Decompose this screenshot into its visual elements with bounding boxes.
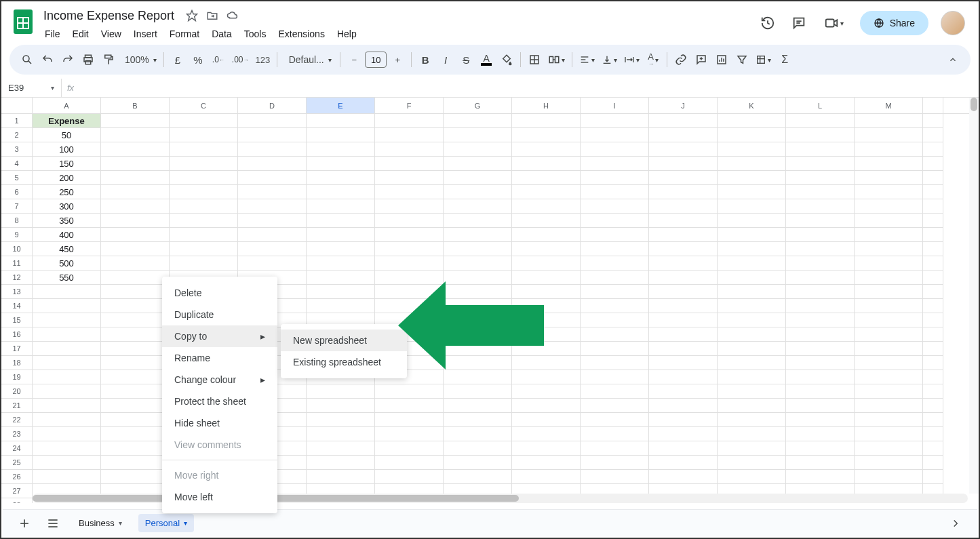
cell[interactable] bbox=[923, 228, 943, 242]
cell[interactable] bbox=[512, 128, 581, 142]
cell[interactable] bbox=[923, 171, 943, 185]
cell[interactable] bbox=[581, 285, 649, 299]
cell[interactable] bbox=[444, 456, 512, 470]
cell[interactable] bbox=[649, 157, 718, 171]
cell[interactable] bbox=[786, 185, 855, 199]
cell[interactable] bbox=[581, 228, 649, 242]
cell[interactable] bbox=[307, 185, 375, 199]
cell[interactable] bbox=[581, 342, 649, 356]
cell[interactable] bbox=[923, 470, 943, 484]
cell[interactable] bbox=[718, 327, 786, 342]
cell[interactable] bbox=[581, 199, 649, 214]
cell[interactable] bbox=[170, 128, 238, 142]
cell[interactable] bbox=[512, 441, 581, 456]
cell[interactable] bbox=[581, 413, 649, 427]
cell[interactable] bbox=[855, 470, 923, 484]
cell[interactable] bbox=[33, 299, 101, 313]
cell[interactable] bbox=[444, 470, 512, 484]
cell[interactable] bbox=[923, 271, 943, 285]
cell[interactable] bbox=[855, 370, 923, 384]
cell[interactable] bbox=[444, 157, 512, 171]
percent-button[interactable]: % bbox=[189, 49, 208, 70]
cell[interactable] bbox=[375, 171, 444, 185]
cell[interactable] bbox=[375, 285, 444, 299]
cell[interactable] bbox=[649, 285, 718, 299]
cell[interactable] bbox=[923, 114, 943, 128]
cell[interactable] bbox=[444, 142, 512, 157]
cell[interactable] bbox=[581, 242, 649, 256]
cell[interactable] bbox=[718, 256, 786, 271]
cell[interactable] bbox=[581, 299, 649, 313]
cell[interactable] bbox=[444, 128, 512, 142]
cell[interactable] bbox=[718, 413, 786, 427]
cell[interactable]: 50 bbox=[33, 128, 101, 142]
row-header[interactable]: 18 bbox=[1, 356, 33, 370]
cell[interactable] bbox=[786, 399, 855, 413]
cell[interactable] bbox=[512, 413, 581, 427]
meet-icon[interactable]: ▾ bbox=[821, 14, 848, 33]
ctx-move-left[interactable]: Move left bbox=[162, 486, 277, 508]
cell[interactable] bbox=[307, 214, 375, 228]
cell[interactable] bbox=[855, 228, 923, 242]
cell[interactable] bbox=[581, 256, 649, 271]
cell[interactable] bbox=[101, 171, 170, 185]
undo-icon[interactable] bbox=[38, 49, 57, 70]
cell[interactable] bbox=[444, 171, 512, 185]
cell[interactable] bbox=[170, 157, 238, 171]
cell[interactable] bbox=[170, 228, 238, 242]
cell[interactable] bbox=[786, 199, 855, 214]
cell[interactable] bbox=[101, 242, 170, 256]
ctx-protect-sheet[interactable]: Protect the sheet bbox=[162, 391, 277, 412]
cell[interactable] bbox=[170, 256, 238, 271]
cell[interactable] bbox=[238, 142, 307, 157]
cell[interactable] bbox=[786, 142, 855, 157]
cell[interactable] bbox=[375, 470, 444, 484]
cell[interactable] bbox=[444, 413, 512, 427]
cell[interactable] bbox=[923, 427, 943, 441]
cell[interactable] bbox=[718, 427, 786, 441]
insert-comment-icon[interactable] bbox=[692, 49, 711, 70]
cell[interactable] bbox=[649, 399, 718, 413]
cell[interactable] bbox=[375, 456, 444, 470]
cell[interactable] bbox=[649, 185, 718, 199]
cell[interactable] bbox=[238, 228, 307, 242]
cell[interactable] bbox=[33, 384, 101, 399]
cell[interactable] bbox=[581, 114, 649, 128]
cell[interactable] bbox=[786, 327, 855, 342]
cell[interactable] bbox=[786, 228, 855, 242]
cell[interactable] bbox=[375, 228, 444, 242]
cell[interactable] bbox=[512, 399, 581, 413]
row-header[interactable]: 15 bbox=[1, 313, 33, 327]
cell[interactable] bbox=[375, 199, 444, 214]
cell[interactable] bbox=[786, 470, 855, 484]
more-formats-button[interactable]: 123 bbox=[253, 49, 273, 70]
filter-icon[interactable] bbox=[732, 49, 751, 70]
cell[interactable] bbox=[444, 399, 512, 413]
cell[interactable] bbox=[512, 384, 581, 399]
cell[interactable] bbox=[649, 384, 718, 399]
cell[interactable] bbox=[512, 157, 581, 171]
row-header[interactable]: 1 bbox=[1, 114, 33, 128]
cell[interactable] bbox=[33, 399, 101, 413]
cell[interactable] bbox=[307, 199, 375, 214]
cell[interactable] bbox=[786, 427, 855, 441]
cell[interactable] bbox=[238, 199, 307, 214]
cell[interactable] bbox=[512, 370, 581, 384]
cell[interactable] bbox=[855, 256, 923, 271]
cell[interactable] bbox=[444, 427, 512, 441]
cell[interactable] bbox=[718, 114, 786, 128]
cell[interactable] bbox=[307, 384, 375, 399]
cell[interactable] bbox=[444, 299, 512, 313]
cell[interactable]: 500 bbox=[33, 256, 101, 271]
cell[interactable] bbox=[101, 370, 170, 384]
cell[interactable] bbox=[33, 313, 101, 327]
cell[interactable] bbox=[581, 356, 649, 370]
cell[interactable] bbox=[649, 342, 718, 356]
cell[interactable] bbox=[923, 327, 943, 342]
cell[interactable] bbox=[649, 256, 718, 271]
cell[interactable] bbox=[581, 427, 649, 441]
cell[interactable] bbox=[649, 427, 718, 441]
cell[interactable] bbox=[238, 242, 307, 256]
cell[interactable] bbox=[375, 128, 444, 142]
cell[interactable] bbox=[855, 399, 923, 413]
